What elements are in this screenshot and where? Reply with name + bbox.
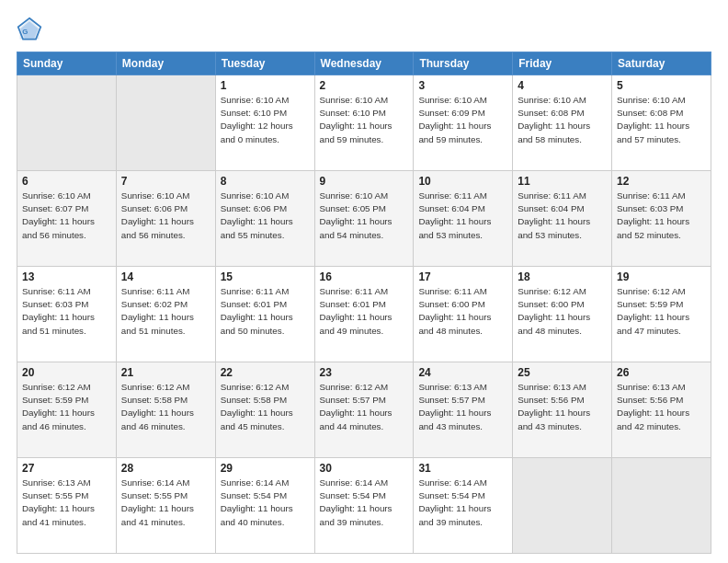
calendar-cell: 2Sunrise: 6:10 AM Sunset: 6:10 PM Daylig… (314, 75, 414, 171)
header-saturday: Saturday (612, 52, 711, 75)
calendar-week-row: 6Sunrise: 6:10 AM Sunset: 6:07 PM Daylig… (17, 171, 711, 267)
day-info: Sunrise: 6:11 AM Sunset: 6:00 PM Dayligh… (418, 285, 507, 338)
day-info: Sunrise: 6:10 AM Sunset: 6:09 PM Dayligh… (418, 94, 507, 146)
day-number: 3 (418, 79, 507, 92)
day-info: Sunrise: 6:14 AM Sunset: 5:55 PM Dayligh… (121, 477, 210, 529)
calendar-cell: 31Sunrise: 6:14 AM Sunset: 5:54 PM Dayli… (414, 458, 513, 554)
day-number: 14 (121, 270, 210, 283)
calendar-cell: 22Sunrise: 6:12 AM Sunset: 5:58 PM Dayli… (215, 362, 314, 458)
header: G (17, 17, 711, 42)
header-monday: Monday (116, 52, 215, 75)
logo: G (17, 17, 46, 42)
day-number: 23 (320, 366, 409, 379)
calendar-cell: 16Sunrise: 6:11 AM Sunset: 6:01 PM Dayli… (314, 267, 414, 362)
calendar-cell: 6Sunrise: 6:10 AM Sunset: 6:07 PM Daylig… (17, 171, 117, 267)
calendar-week-row: 20Sunrise: 6:12 AM Sunset: 5:59 PM Dayli… (17, 362, 711, 458)
day-number: 16 (320, 270, 409, 283)
day-number: 17 (418, 270, 507, 283)
day-info: Sunrise: 6:10 AM Sunset: 6:10 PM Dayligh… (320, 94, 409, 146)
day-number: 30 (320, 462, 409, 475)
calendar-cell (17, 75, 117, 171)
day-info: Sunrise: 6:11 AM Sunset: 6:04 PM Dayligh… (518, 190, 607, 242)
day-info: Sunrise: 6:10 AM Sunset: 6:10 PM Dayligh… (221, 94, 310, 146)
calendar-cell: 25Sunrise: 6:13 AM Sunset: 5:56 PM Dayli… (513, 362, 612, 458)
logo-icon: G (17, 17, 42, 42)
day-number: 11 (518, 175, 607, 188)
calendar-cell: 27Sunrise: 6:13 AM Sunset: 5:55 PM Dayli… (17, 458, 117, 554)
calendar-cell: 15Sunrise: 6:11 AM Sunset: 6:01 PM Dayli… (215, 267, 314, 362)
day-number: 21 (121, 366, 210, 379)
day-info: Sunrise: 6:12 AM Sunset: 5:59 PM Dayligh… (617, 285, 706, 338)
day-number: 4 (518, 79, 607, 92)
day-number: 18 (518, 270, 607, 283)
day-info: Sunrise: 6:11 AM Sunset: 6:03 PM Dayligh… (22, 285, 111, 338)
calendar-cell (612, 458, 711, 554)
calendar-cell: 26Sunrise: 6:13 AM Sunset: 5:56 PM Dayli… (612, 362, 711, 458)
calendar-cell: 19Sunrise: 6:12 AM Sunset: 5:59 PM Dayli… (612, 267, 711, 362)
day-info: Sunrise: 6:10 AM Sunset: 6:06 PM Dayligh… (121, 190, 210, 242)
day-number: 20 (22, 366, 111, 379)
day-number: 7 (121, 175, 210, 188)
day-info: Sunrise: 6:10 AM Sunset: 6:05 PM Dayligh… (320, 190, 409, 242)
day-number: 13 (22, 270, 111, 283)
day-info: Sunrise: 6:14 AM Sunset: 5:54 PM Dayligh… (320, 477, 409, 529)
day-number: 8 (221, 175, 310, 188)
calendar-cell: 7Sunrise: 6:10 AM Sunset: 6:06 PM Daylig… (116, 171, 215, 267)
day-number: 24 (418, 366, 507, 379)
day-info: Sunrise: 6:13 AM Sunset: 5:57 PM Dayligh… (418, 381, 507, 433)
day-info: Sunrise: 6:14 AM Sunset: 5:54 PM Dayligh… (418, 477, 507, 529)
day-info: Sunrise: 6:10 AM Sunset: 6:08 PM Dayligh… (617, 94, 706, 146)
calendar-cell: 17Sunrise: 6:11 AM Sunset: 6:00 PM Dayli… (414, 267, 513, 362)
calendar-cell: 20Sunrise: 6:12 AM Sunset: 5:59 PM Dayli… (17, 362, 117, 458)
calendar-cell: 5Sunrise: 6:10 AM Sunset: 6:08 PM Daylig… (612, 75, 711, 171)
header-tuesday: Tuesday (215, 52, 314, 75)
header-sunday: Sunday (17, 52, 117, 75)
day-number: 31 (418, 462, 507, 475)
day-info: Sunrise: 6:12 AM Sunset: 5:58 PM Dayligh… (121, 381, 210, 433)
calendar-cell: 14Sunrise: 6:11 AM Sunset: 6:02 PM Dayli… (116, 267, 215, 362)
day-info: Sunrise: 6:12 AM Sunset: 5:57 PM Dayligh… (320, 381, 409, 433)
calendar-week-row: 1Sunrise: 6:10 AM Sunset: 6:10 PM Daylig… (17, 75, 711, 171)
day-number: 5 (617, 79, 706, 92)
header-friday: Friday (513, 52, 612, 75)
day-info: Sunrise: 6:10 AM Sunset: 6:07 PM Dayligh… (22, 190, 111, 242)
calendar-cell: 18Sunrise: 6:12 AM Sunset: 6:00 PM Dayli… (513, 267, 612, 362)
calendar-week-row: 27Sunrise: 6:13 AM Sunset: 5:55 PM Dayli… (17, 458, 711, 554)
calendar-cell (513, 458, 612, 554)
calendar-cell: 4Sunrise: 6:10 AM Sunset: 6:08 PM Daylig… (513, 75, 612, 171)
day-number: 19 (617, 270, 706, 283)
day-info: Sunrise: 6:13 AM Sunset: 5:55 PM Dayligh… (22, 477, 111, 529)
day-info: Sunrise: 6:11 AM Sunset: 6:01 PM Dayligh… (221, 285, 310, 338)
weekday-header-row: Sunday Monday Tuesday Wednesday Thursday… (17, 52, 711, 75)
day-number: 29 (221, 462, 310, 475)
day-info: Sunrise: 6:12 AM Sunset: 6:00 PM Dayligh… (518, 285, 607, 338)
calendar-cell (116, 75, 215, 171)
day-number: 15 (221, 270, 310, 283)
day-number: 1 (221, 79, 310, 92)
day-number: 10 (418, 175, 507, 188)
calendar-cell: 23Sunrise: 6:12 AM Sunset: 5:57 PM Dayli… (314, 362, 414, 458)
calendar-cell: 3Sunrise: 6:10 AM Sunset: 6:09 PM Daylig… (414, 75, 513, 171)
header-thursday: Thursday (414, 52, 513, 75)
day-number: 22 (221, 366, 310, 379)
calendar-cell: 30Sunrise: 6:14 AM Sunset: 5:54 PM Dayli… (314, 458, 414, 554)
day-info: Sunrise: 6:12 AM Sunset: 5:59 PM Dayligh… (22, 381, 111, 433)
day-info: Sunrise: 6:13 AM Sunset: 5:56 PM Dayligh… (617, 381, 706, 433)
calendar-cell: 24Sunrise: 6:13 AM Sunset: 5:57 PM Dayli… (414, 362, 513, 458)
day-number: 2 (320, 79, 409, 92)
day-info: Sunrise: 6:11 AM Sunset: 6:04 PM Dayligh… (418, 190, 507, 242)
day-number: 25 (518, 366, 607, 379)
day-info: Sunrise: 6:11 AM Sunset: 6:03 PM Dayligh… (617, 190, 706, 242)
day-info: Sunrise: 6:13 AM Sunset: 5:56 PM Dayligh… (518, 381, 607, 433)
day-info: Sunrise: 6:11 AM Sunset: 6:01 PM Dayligh… (320, 285, 409, 338)
calendar: Sunday Monday Tuesday Wednesday Thursday… (17, 52, 711, 554)
day-info: Sunrise: 6:12 AM Sunset: 5:58 PM Dayligh… (221, 381, 310, 433)
day-number: 27 (22, 462, 111, 475)
day-info: Sunrise: 6:10 AM Sunset: 6:08 PM Dayligh… (518, 94, 607, 146)
calendar-cell: 1Sunrise: 6:10 AM Sunset: 6:10 PM Daylig… (215, 75, 314, 171)
calendar-cell: 28Sunrise: 6:14 AM Sunset: 5:55 PM Dayli… (116, 458, 215, 554)
day-number: 6 (22, 175, 111, 188)
day-number: 26 (617, 366, 706, 379)
calendar-cell: 29Sunrise: 6:14 AM Sunset: 5:54 PM Dayli… (215, 458, 314, 554)
day-number: 9 (320, 175, 409, 188)
